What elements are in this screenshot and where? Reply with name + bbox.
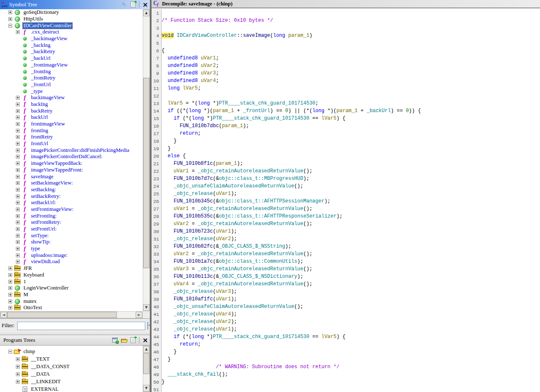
code-line[interactable]: 35 uVar3 = _objc_retainAutoreleasedRetur… xyxy=(152,265,540,273)
code-line[interactable]: 1 xyxy=(152,9,540,17)
expand-toggle[interactable] xyxy=(16,240,20,244)
tree-item[interactable]: fbackUrl xyxy=(0,114,143,121)
tree-item[interactable]: fsaveImage xyxy=(0,173,143,180)
code-line[interactable]: 3 xyxy=(152,24,540,32)
expand-toggle[interactable] xyxy=(8,24,12,28)
expand-toggle[interactable] xyxy=(16,357,20,361)
code-line[interactable]: 49 ___stack_chk_fail(); xyxy=(152,371,540,378)
code-line[interactable]: 14 if ((*(long *)(param_1 + _frontUrl) =… xyxy=(152,107,540,115)
code-line[interactable]: 15 if (*(long *)PTR____stack_chk_guard_1… xyxy=(152,115,540,122)
tree-item[interactable]: fimagePickerController:didFinishPickingM… xyxy=(0,147,143,154)
expand-toggle[interactable] xyxy=(16,201,20,205)
tree-item[interactable]: EXTERNAL xyxy=(0,385,143,392)
code-line[interactable]: 25 _objc_release(uVar1); xyxy=(152,190,540,197)
tree-item[interactable]: __TEXT xyxy=(0,355,143,363)
expand-toggle[interactable] xyxy=(16,380,20,384)
tree-item[interactable]: fbackRetry xyxy=(0,108,143,114)
code-line[interactable]: 8 undefined8 uVar2; xyxy=(152,62,540,69)
expand-toggle[interactable] xyxy=(16,260,20,264)
expand-toggle[interactable] xyxy=(8,286,12,290)
code-line[interactable]: 36 FUN_1010b113c(&_OBJC_CLASS_$_NSDictio… xyxy=(152,273,540,280)
filter-input[interactable] xyxy=(17,322,145,330)
tree-item[interactable]: fbackimageView xyxy=(0,95,143,101)
expand-toggle[interactable] xyxy=(16,149,20,152)
tree-item[interactable]: ffrontUrl xyxy=(0,141,143,147)
tree-item[interactable]: ftype xyxy=(0,246,143,252)
code-line[interactable]: 43 _objc_release(uVar1); xyxy=(152,325,540,333)
expand-toggle[interactable] xyxy=(16,109,20,113)
code-line[interactable]: 46 } xyxy=(152,348,540,356)
code-line[interactable]: 30 FUN_1010b723c(uVar1); xyxy=(152,228,540,235)
expand-toggle[interactable] xyxy=(16,102,20,106)
tree-item[interactable]: _backRetry xyxy=(0,49,143,55)
tree-item[interactable]: fsetFrontRetry: xyxy=(0,219,143,226)
expand-toggle[interactable] xyxy=(16,214,20,218)
code-line[interactable]: 37 uVar4 = _objc_retainAutoreleasedRetur… xyxy=(152,280,540,288)
code-line[interactable]: 50} xyxy=(152,378,540,386)
tree-item[interactable]: _type xyxy=(0,88,143,95)
code-line[interactable]: 45 return; xyxy=(152,341,540,348)
scroll-right-button[interactable]: ► xyxy=(136,312,142,318)
tree-item[interactable]: ffrontIng xyxy=(0,127,143,134)
expand-toggle[interactable] xyxy=(8,17,12,21)
scroll-left-button[interactable]: ◄ xyxy=(0,312,7,318)
scroll-up-button[interactable]: ▲ xyxy=(143,10,149,16)
expand-toggle[interactable] xyxy=(8,300,12,303)
tree-item[interactable]: fimageViewTappedFront: xyxy=(0,167,143,174)
scroll-up-button[interactable]: ▲ xyxy=(143,346,149,353)
tree-item[interactable]: fsetBackUrl: xyxy=(0,200,143,206)
code-line[interactable]: 19 } xyxy=(152,145,540,152)
tree-item[interactable]: _backimageView xyxy=(0,36,143,42)
open-folder-icon[interactable] xyxy=(120,336,128,344)
code-line[interactable]: 27 uVar1 = _objc_retainAutoreleasedRetur… xyxy=(152,205,540,213)
code-line[interactable]: 21 FUN_1010b8f1c(param_1); xyxy=(152,160,540,167)
tree-item[interactable]: _frontIng xyxy=(0,68,143,75)
code-line[interactable]: 44 if (*(long *)PTR____stack_chk_guard_1… xyxy=(152,333,540,341)
expand-toggle[interactable] xyxy=(16,168,20,172)
expand-toggle[interactable] xyxy=(8,280,12,284)
expand-toggle[interactable] xyxy=(16,155,20,159)
expand-toggle[interactable] xyxy=(16,96,20,100)
code-line[interactable]: 33 uVar2 = _objc_retainAutoreleasedRetur… xyxy=(152,250,540,258)
tree-item[interactable]: CHttpUtils xyxy=(0,16,143,23)
tree-item[interactable]: fimageViewTappedBack: xyxy=(0,160,143,167)
code-line[interactable]: 51 xyxy=(152,386,540,392)
tree-item[interactable]: fsetFrontimageView: xyxy=(0,206,143,213)
expand-toggle[interactable] xyxy=(16,175,20,179)
tree-item[interactable]: __LINKEDIT xyxy=(0,378,143,385)
tree-item[interactable]: fviewDidLoad xyxy=(0,259,143,265)
code-line[interactable]: 6{ xyxy=(152,47,540,54)
expand-toggle[interactable] xyxy=(16,220,20,224)
code-line[interactable]: 5 xyxy=(152,39,540,47)
tree-item[interactable]: Keyboard xyxy=(0,272,143,279)
code-line[interactable]: 24 _objc_unsafeClaimAutoreleasedReturnVa… xyxy=(152,182,540,190)
code-line[interactable]: 12 xyxy=(152,92,540,100)
tree-item[interactable]: fsetBackimageView: xyxy=(0,180,143,187)
code-line[interactable]: 23 FUN_1010b7d7c(&objc::class_t::MBProgr… xyxy=(152,175,540,182)
expand-toggle[interactable] xyxy=(16,181,20,185)
edit-icon[interactable]: ✎ xyxy=(120,1,128,8)
code-line[interactable]: 29 uVar2 = _objc_retainAutoreleasedRetur… xyxy=(152,220,540,228)
expand-toggle[interactable] xyxy=(16,247,20,251)
expand-toggle[interactable] xyxy=(16,188,20,192)
code-line[interactable]: 16 FUN_1010b7dbc(param_1); xyxy=(152,122,540,130)
tree-item[interactable]: _frontRetry xyxy=(0,75,143,82)
code-line[interactable]: 7 undefined8 uVar1; xyxy=(152,54,540,62)
symbol-tree-header[interactable]: Symbol Tree ✎ ➜ ✕ xyxy=(0,0,150,9)
tree-item[interactable]: CLoginViewController xyxy=(0,285,143,292)
code-line[interactable]: 42 _objc_release(uVar2); xyxy=(152,318,540,325)
expand-toggle[interactable] xyxy=(8,10,12,14)
tree-item[interactable]: ➤chinp xyxy=(0,348,143,355)
code-line[interactable]: 9 undefined8 uVar3; xyxy=(152,69,540,77)
program-tree-vscrollbar[interactable]: ▲ ▼ xyxy=(143,346,150,392)
tree-item[interactable]: fbackIng xyxy=(0,101,143,108)
tree-item[interactable]: f.cxx_destruct xyxy=(0,29,143,36)
new-tree-icon[interactable]: + xyxy=(111,336,119,344)
tree-item[interactable]: Cmutex xyxy=(0,298,143,305)
expand-toggle[interactable] xyxy=(8,266,12,270)
code-line[interactable]: 32 FUN_1010b82fc(&_OBJC_CLASS_$_NSString… xyxy=(152,243,540,250)
code-line[interactable]: 18 } xyxy=(152,137,540,145)
code-line[interactable]: 13 lVar5 = *(long *)PTR____stack_chk_gua… xyxy=(152,100,540,107)
code-line[interactable]: 22 uVar1 = _objc_retainAutoreleasedRetur… xyxy=(152,167,540,175)
tree-item[interactable]: _backUrl xyxy=(0,55,143,62)
